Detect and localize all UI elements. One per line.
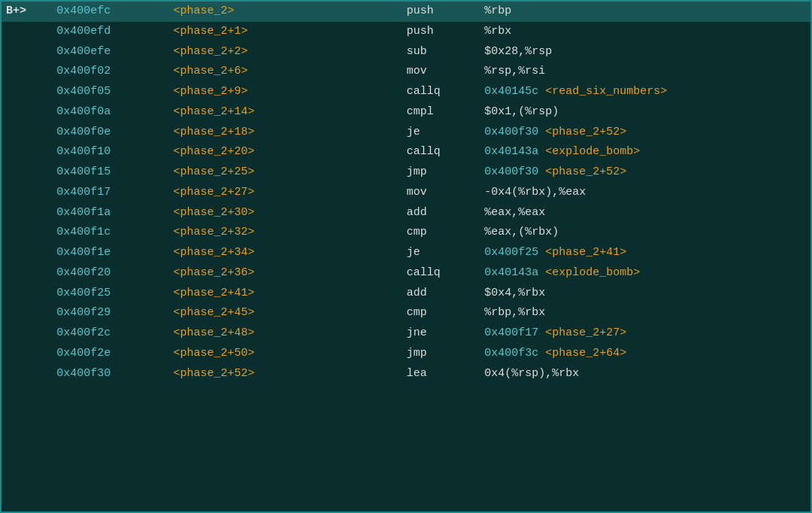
instruction: cmpl bbox=[402, 102, 480, 123]
operand: %rbx bbox=[480, 22, 810, 42]
bp-indicator bbox=[2, 223, 52, 243]
address: 0x400efd bbox=[52, 22, 168, 42]
table-row: 0x400efd<phase_2+1>push%rbx bbox=[2, 22, 810, 42]
instruction: callq bbox=[402, 142, 480, 162]
table-row: 0x400f02<phase_2+6>mov%rsp,%rsi bbox=[2, 62, 810, 82]
address: 0x400f0e bbox=[52, 123, 168, 143]
operand: 0x400f17 <phase_2+27> bbox=[480, 323, 810, 344]
instruction: je bbox=[402, 123, 480, 143]
address: 0x400f10 bbox=[52, 142, 168, 162]
label: <phase_2+36> bbox=[168, 263, 401, 284]
bp-indicator bbox=[2, 162, 52, 183]
bp-indicator bbox=[2, 123, 52, 143]
instruction: add bbox=[402, 284, 480, 304]
label: <phase_2> bbox=[168, 2, 401, 22]
operand: 0x40143a <explode_bomb> bbox=[480, 263, 810, 284]
instruction: cmp bbox=[402, 303, 480, 323]
operand: 0x400f30 <phase_2+52> bbox=[480, 162, 810, 183]
bp-indicator bbox=[2, 42, 52, 62]
instruction: add bbox=[402, 203, 480, 223]
label: <phase_2+48> bbox=[168, 323, 401, 344]
bp-indicator bbox=[2, 62, 52, 82]
instruction: push bbox=[402, 22, 480, 42]
label: <phase_2+41> bbox=[168, 284, 401, 304]
instruction: callq bbox=[402, 82, 480, 102]
table-row: 0x400efe<phase_2+2>sub$0x28,%rsp bbox=[2, 42, 810, 62]
instruction: je bbox=[402, 243, 480, 263]
operand-address: 0x400f3c bbox=[484, 347, 545, 360]
table-row: B+>0x400efc<phase_2>push%rbp bbox=[2, 2, 810, 22]
instruction: jmp bbox=[402, 162, 480, 183]
operand: %eax,(%rbx) bbox=[480, 223, 810, 243]
address: 0x400f20 bbox=[52, 263, 168, 284]
label: <phase_2+32> bbox=[168, 223, 401, 243]
operand: $0x28,%rsp bbox=[480, 42, 810, 62]
label: <phase_2+18> bbox=[168, 123, 401, 143]
instruction: jmp bbox=[402, 344, 480, 364]
instruction: mov bbox=[402, 183, 480, 203]
label: <phase_2+20> bbox=[168, 142, 401, 162]
label: <phase_2+1> bbox=[168, 22, 401, 42]
table-row: 0x400f1a<phase_2+30>add%eax,%eax bbox=[2, 203, 810, 223]
address: 0x400f2e bbox=[52, 344, 168, 364]
label: <phase_2+14> bbox=[168, 102, 401, 123]
address: 0x400f02 bbox=[52, 62, 168, 82]
address: 0x400f2c bbox=[52, 323, 168, 344]
address: 0x400efc bbox=[52, 2, 168, 22]
table-row: 0x400f29<phase_2+45>cmp%rbp,%rbx bbox=[2, 303, 810, 323]
label: <phase_2+52> bbox=[168, 364, 401, 384]
table-row: 0x400f15<phase_2+25>jmp0x400f30 <phase_2… bbox=[2, 162, 810, 183]
assembly-table: B+>0x400efc<phase_2>push%rbp0x400efd<pha… bbox=[2, 2, 810, 384]
address: 0x400f1a bbox=[52, 203, 168, 223]
table-row: 0x400f17<phase_2+27>mov-0x4(%rbx),%eax bbox=[2, 183, 810, 203]
label: <phase_2+30> bbox=[168, 203, 401, 223]
bp-indicator bbox=[2, 284, 52, 304]
operand-address: 0x400f30 bbox=[484, 126, 545, 138]
label: <phase_2+6> bbox=[168, 62, 401, 82]
operand: 0x40143a <explode_bomb> bbox=[480, 142, 810, 162]
operand: 0x4(%rsp),%rbx bbox=[480, 364, 810, 384]
operand-label: <phase_2+52> bbox=[545, 126, 626, 138]
bp-indicator bbox=[2, 344, 52, 364]
instruction: jne bbox=[402, 323, 480, 344]
operand: %rsp,%rsi bbox=[480, 62, 810, 82]
address: 0x400f05 bbox=[52, 82, 168, 102]
operand-address: 0x40143a bbox=[484, 266, 545, 279]
bp-indicator bbox=[2, 243, 52, 263]
address: 0x400f25 bbox=[52, 284, 168, 304]
operand-address: 0x400f30 bbox=[484, 165, 545, 178]
operand: %eax,%eax bbox=[480, 203, 810, 223]
bp-indicator bbox=[2, 263, 52, 284]
operand-label: <explode_bomb> bbox=[545, 145, 640, 158]
address: 0x400f30 bbox=[52, 364, 168, 384]
table-row: 0x400f2e<phase_2+50>jmp0x400f3c <phase_2… bbox=[2, 344, 810, 364]
operand: 0x40145c <read_six_numbers> bbox=[480, 82, 810, 102]
instruction: mov bbox=[402, 62, 480, 82]
bp-indicator bbox=[2, 303, 52, 323]
table-row: 0x400f10<phase_2+20>callq0x40143a <explo… bbox=[2, 142, 810, 162]
bp-indicator bbox=[2, 203, 52, 223]
table-row: 0x400f1e<phase_2+34>je0x400f25 <phase_2+… bbox=[2, 243, 810, 263]
operand-address: 0x400f17 bbox=[484, 326, 545, 339]
bp-indicator bbox=[2, 102, 52, 123]
table-row: 0x400f2c<phase_2+48>jne0x400f17 <phase_2… bbox=[2, 323, 810, 344]
operand-address: 0x40145c bbox=[484, 85, 545, 98]
bp-indicator: B+> bbox=[2, 2, 52, 22]
bp-indicator bbox=[2, 82, 52, 102]
operand: 0x400f30 <phase_2+52> bbox=[480, 123, 810, 143]
instruction: callq bbox=[402, 263, 480, 284]
bp-indicator bbox=[2, 364, 52, 384]
bp-indicator bbox=[2, 142, 52, 162]
terminal-window: B+>0x400efc<phase_2>push%rbp0x400efd<pha… bbox=[0, 0, 812, 513]
label: <phase_2+27> bbox=[168, 183, 401, 203]
label: <phase_2+50> bbox=[168, 344, 401, 364]
address: 0x400f1e bbox=[52, 243, 168, 263]
operand-label: <explode_bomb> bbox=[545, 266, 640, 279]
address: 0x400f17 bbox=[52, 183, 168, 203]
operand-label: <phase_2+41> bbox=[545, 246, 626, 259]
operand-label: <read_six_numbers> bbox=[545, 85, 667, 98]
address: 0x400f1c bbox=[52, 223, 168, 243]
operand-address: 0x40143a bbox=[484, 145, 545, 158]
operand: -0x4(%rbx),%eax bbox=[480, 183, 810, 203]
instruction: cmp bbox=[402, 223, 480, 243]
